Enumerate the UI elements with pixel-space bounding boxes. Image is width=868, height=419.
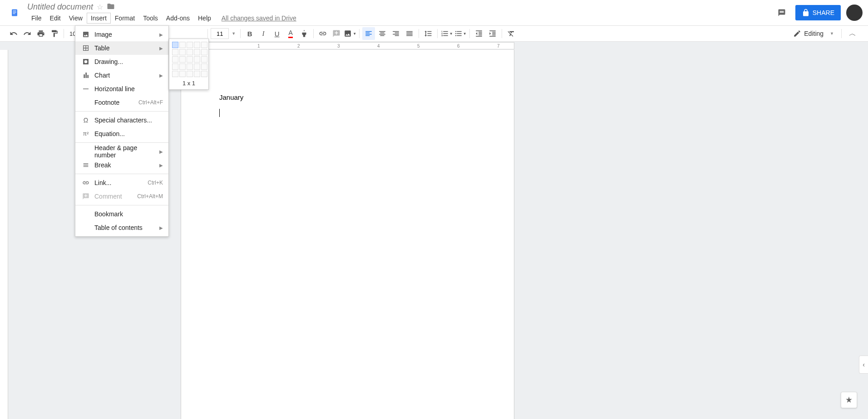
undo-button[interactable] (7, 27, 20, 40)
table-cell[interactable] (172, 42, 178, 48)
insert-chart-item[interactable]: Chart ▶ (75, 68, 168, 82)
explore-button[interactable] (841, 392, 857, 408)
redo-button[interactable] (21, 27, 34, 40)
table-cell[interactable] (201, 56, 207, 63)
bulleted-list-icon (454, 29, 463, 38)
clear-formatting-button[interactable] (505, 27, 518, 40)
table-cell[interactable] (201, 42, 207, 48)
add-comment-icon (332, 29, 340, 38)
insert-drawing-item[interactable]: Drawing... (75, 55, 168, 68)
table-cell[interactable] (172, 49, 178, 55)
table-cell[interactable] (187, 49, 193, 55)
insert-hline-item[interactable]: Horizontal line (75, 82, 168, 96)
paint-format-button[interactable] (48, 27, 61, 40)
insert-bookmark-item[interactable]: Bookmark (75, 207, 168, 221)
menu-file[interactable]: File (27, 13, 46, 24)
save-status[interactable]: All changes saved in Drive (222, 15, 296, 22)
move-folder-icon (107, 2, 115, 10)
document-title[interactable]: Untitled document (27, 2, 93, 12)
insert-image-button[interactable]: ▼ (344, 27, 356, 40)
ruler-tick: 6 (457, 44, 460, 49)
chevron-down-icon[interactable]: ▼ (230, 31, 237, 36)
table-cell[interactable] (194, 56, 200, 63)
menu-format[interactable]: Format (111, 13, 139, 24)
table-cell[interactable] (179, 63, 186, 70)
insert-image-item[interactable]: Image ▶ (75, 28, 168, 41)
table-cell[interactable] (201, 63, 207, 70)
drawing-icon (81, 58, 91, 65)
table-cell[interactable] (187, 42, 193, 48)
open-comments-button[interactable] (774, 5, 790, 21)
underline-button[interactable]: U (271, 27, 283, 40)
menu-item-label: Horizontal line (94, 85, 163, 93)
table-cell[interactable] (179, 49, 186, 55)
insert-header-page-item[interactable]: Header & page number ▶ (75, 145, 168, 158)
ruler-vertical[interactable] (0, 50, 8, 419)
menu-edit[interactable]: Edit (46, 13, 65, 24)
table-cell[interactable] (187, 56, 193, 63)
increase-indent-button[interactable] (486, 27, 499, 40)
folder-icon[interactable] (107, 2, 115, 12)
menu-addons[interactable]: Add-ons (162, 13, 194, 24)
numbered-list-button[interactable]: ▼ (440, 27, 453, 40)
insert-special-chars-item[interactable]: Ω Special characters... (75, 113, 168, 127)
bold-button[interactable]: B (243, 27, 256, 40)
bulleted-list-button[interactable]: ▼ (454, 27, 467, 40)
menu-shortcut: Ctrl+K (148, 180, 163, 186)
align-right-button[interactable] (390, 27, 402, 40)
table-size-label: 1 x 1 (172, 77, 206, 87)
insert-equation-item[interactable]: π² Equation... (75, 127, 168, 141)
italic-button[interactable]: I (257, 27, 270, 40)
table-grid[interactable] (172, 42, 206, 77)
text-cursor (219, 109, 220, 117)
mode-select[interactable]: Editing ▼ (789, 28, 838, 39)
insert-table-item[interactable]: Table ▶ (75, 41, 168, 55)
table-cell[interactable] (194, 42, 200, 48)
decrease-indent-button[interactable] (473, 27, 485, 40)
menu-item-label: Bookmark (94, 210, 163, 218)
table-cell[interactable] (179, 42, 186, 48)
add-comment-button[interactable] (330, 27, 343, 40)
menu-tools[interactable]: Tools (139, 13, 162, 24)
table-cell[interactable] (172, 63, 178, 70)
line-spacing-button[interactable] (422, 27, 434, 40)
highlight-button[interactable] (298, 27, 311, 40)
table-cell[interactable] (201, 71, 207, 77)
table-size-picker[interactable]: 1 x 1 (169, 39, 209, 90)
omega-icon: Ω (81, 117, 91, 124)
insert-footnote-item[interactable]: Footnote Ctrl+Alt+F (75, 96, 168, 109)
document-text[interactable]: January (219, 93, 243, 101)
print-button[interactable] (35, 27, 47, 40)
share-button[interactable]: SHARE (795, 5, 841, 20)
align-left-button[interactable] (362, 27, 375, 40)
account-avatar[interactable] (846, 5, 863, 21)
table-cell[interactable] (201, 49, 207, 55)
table-cell[interactable] (179, 71, 186, 77)
table-cell[interactable] (194, 49, 200, 55)
insert-link-item[interactable]: Link... Ctrl+K (75, 176, 168, 190)
table-cell[interactable] (172, 56, 178, 63)
star-icon[interactable]: ☆ (97, 3, 103, 11)
menu-insert[interactable]: Insert (87, 13, 111, 24)
align-justify-button[interactable] (403, 27, 416, 40)
table-cell[interactable] (187, 71, 193, 77)
align-center-button[interactable] (376, 27, 389, 40)
text-color-button[interactable]: A (284, 27, 297, 40)
insert-break-item[interactable]: Break ▶ (75, 158, 168, 172)
docs-logo[interactable] (5, 4, 24, 22)
table-cell[interactable] (194, 71, 200, 77)
document-page[interactable]: January (181, 50, 514, 419)
table-cell[interactable] (172, 71, 178, 77)
insert-toc-item[interactable]: Table of contents ▶ (75, 221, 168, 234)
side-panel-toggle[interactable]: ‹ (859, 356, 868, 374)
table-cell[interactable] (179, 56, 186, 63)
ruler-tick: 3 (337, 44, 340, 49)
menu-view[interactable]: View (65, 13, 87, 24)
table-cell[interactable] (194, 63, 200, 70)
font-size-input[interactable]: 11 (211, 28, 229, 39)
hide-menus-button[interactable]: ︿ (844, 27, 861, 40)
menu-help[interactable]: Help (194, 13, 215, 24)
table-cell[interactable] (187, 63, 193, 70)
chevron-up-icon: ︿ (849, 29, 856, 39)
insert-link-button[interactable] (316, 27, 329, 40)
